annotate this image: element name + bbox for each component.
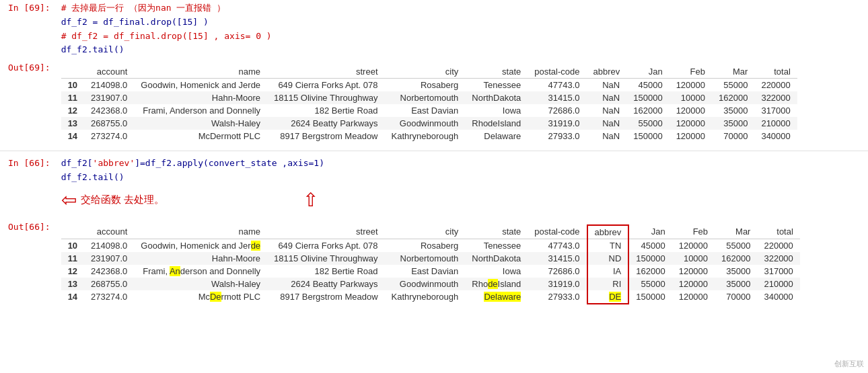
td-street: 649 Cierra Forks Apt. 078 (267, 239, 384, 252)
code-content-66: df_f2['abbrev']=df_f2.apply(convert_stat… (56, 155, 868, 215)
td-name: Walsh-Haley (134, 278, 267, 290)
td-total: 220000 (757, 239, 799, 252)
td-name: Goodwin, Homenick and Jerde (134, 239, 267, 252)
th-66-postal: postal-code (528, 225, 587, 239)
td-abbrev: TN (587, 239, 629, 252)
td-state: NorthDakota (465, 252, 528, 265)
td-idx: 14 (61, 130, 84, 142)
td-account: 214098.0 (84, 239, 134, 252)
th-69-name: name (134, 65, 267, 79)
th-69-street: street (267, 65, 384, 79)
td-abbrev: NaN (586, 91, 626, 104)
td-feb: 120000 (672, 265, 715, 278)
table-row: 14 273274.0 McDermott PLC 8917 Bergstrom… (61, 290, 800, 304)
td-state: Delaware (465, 130, 528, 142)
td-account: 273274.0 (84, 290, 134, 304)
td-city: East Davian (385, 104, 466, 117)
td-account: 231907.0 (84, 91, 134, 104)
td-idx: 12 (61, 104, 84, 117)
th-69-state: state (465, 65, 528, 79)
td-jan: 150000 (626, 130, 669, 142)
code-line-69-3: # df_f2 = df_final.drop([15] , axis= 0 ) (61, 31, 272, 41)
td-state: Tenessee (465, 79, 528, 92)
td-abbrev: IA (587, 265, 629, 278)
td-account: 273274.0 (84, 130, 134, 142)
td-mar: 35000 (712, 104, 754, 117)
td-name: Goodwin, Homenick and Jerde (134, 79, 267, 92)
td-total: 322000 (754, 91, 797, 104)
arrow-right-icon: ⇧ (303, 189, 318, 211)
table-row: 13 268755.0 Walsh-Haley 2624 Beatty Park… (61, 278, 800, 290)
td-abbrev: RI (587, 278, 629, 290)
td-state: NorthDakota (465, 91, 528, 104)
td-street: 649 Cierra Forks Apt. 078 (267, 79, 384, 92)
table-row: 10 214098.0 Goodwin, Homenick and Jerde … (61, 79, 797, 92)
td-total: 340000 (757, 290, 799, 304)
td-idx: 11 (61, 252, 84, 265)
td-idx: 13 (61, 278, 84, 290)
table-row: 10 214098.0 Goodwin, Homenick and Jerde … (61, 239, 800, 252)
th-66-idx (61, 225, 84, 239)
td-name: Frami, Anderson and Donnelly (134, 265, 267, 278)
th-69-city: city (385, 65, 466, 79)
divider-1 (0, 151, 868, 151)
td-account: 268755.0 (84, 278, 134, 290)
td-account: 242368.0 (84, 104, 134, 117)
td-abbrev: NaN (586, 117, 626, 130)
annotation-text: 交给函数 去处理。 (81, 194, 164, 206)
th-69-abbrev: abbrev (586, 65, 626, 79)
td-state: Delaware (465, 290, 528, 304)
td-total: 322000 (757, 252, 799, 265)
th-66-name: name (134, 225, 267, 239)
td-name: Hahn-Moore (134, 91, 267, 104)
td-mar: 162000 (715, 252, 757, 265)
td-postal: 47743.0 (528, 79, 586, 92)
td-city: Kathryneborough (385, 130, 466, 142)
code-block-66: df_f2['abbrev']=df_f2.apply(convert_stat… (61, 157, 863, 185)
td-state: RhodeIsland (465, 117, 528, 130)
td-total: 340000 (754, 130, 797, 142)
td-jan: 162000 (626, 104, 669, 117)
th-69-postal: postal-code (528, 65, 586, 79)
td-abbrev: DE (587, 290, 629, 304)
td-jan: 150000 (628, 252, 672, 265)
th-69-mar: Mar (712, 65, 754, 79)
td-jan: 45000 (626, 79, 669, 92)
table-row: 11 231907.0 Hahn-Moore 18115 Olivine Thr… (61, 252, 800, 265)
td-abbrev: NaN (586, 104, 626, 117)
td-mar: 35000 (715, 265, 757, 278)
td-jan: 55000 (626, 117, 669, 130)
td-feb: 120000 (670, 130, 712, 142)
td-feb: 120000 (670, 79, 712, 92)
td-jan: 55000 (628, 278, 672, 290)
td-idx: 12 (61, 265, 84, 278)
td-postal: 72686.0 (528, 104, 586, 117)
td-idx: 10 (61, 79, 84, 92)
table-row: 11 231907.0 Hahn-Moore 18115 Olivine Thr… (61, 91, 797, 104)
td-name: Frami, Anderson and Donnelly (134, 104, 267, 117)
th-69-idx (61, 65, 84, 79)
td-street: 8917 Bergstrom Meadow (267, 130, 384, 142)
table-row: 13 268755.0 Walsh-Haley 2624 Beatty Park… (61, 117, 797, 130)
td-total: 317000 (757, 265, 799, 278)
code-line-66-2: df_f2.tail() (61, 172, 124, 182)
td-feb: 10000 (670, 91, 712, 104)
td-city: Goodwinmouth (385, 117, 466, 130)
td-state: Iowa (465, 265, 528, 278)
td-feb: 10000 (672, 252, 715, 265)
td-postal: 27933.0 (528, 290, 587, 304)
td-abbrev: NaN (586, 79, 626, 92)
td-abbrev: ND (587, 252, 629, 265)
td-total: 317000 (754, 104, 797, 117)
th-66-jan: Jan (628, 225, 672, 239)
td-mar: 35000 (715, 278, 757, 290)
in-label-69: In [69]: (0, 0, 56, 13)
td-city: Norbertomouth (385, 252, 466, 265)
in-label-66: In [66]: (0, 155, 56, 168)
td-total: 210000 (757, 278, 799, 290)
cell-69-output: Out[69]: account name street city state … (0, 58, 868, 149)
td-idx: 13 (61, 117, 84, 130)
td-feb: 120000 (672, 239, 715, 252)
table-69-content: account name street city state postal-co… (56, 61, 868, 147)
td-idx: 10 (61, 239, 84, 252)
